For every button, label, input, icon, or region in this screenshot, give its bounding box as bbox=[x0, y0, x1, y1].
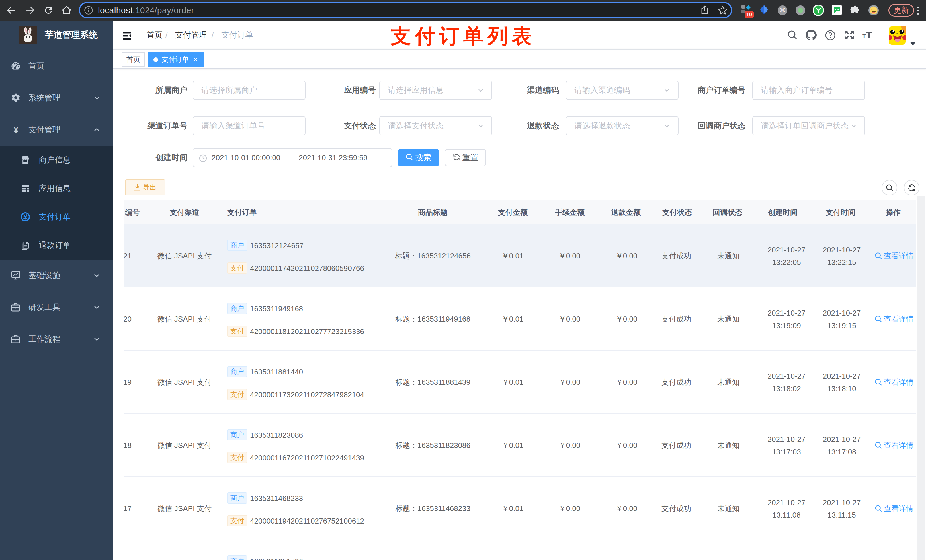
svg-text:¥: ¥ bbox=[14, 125, 18, 134]
svg-text:⌘: ⌘ bbox=[780, 7, 785, 14]
